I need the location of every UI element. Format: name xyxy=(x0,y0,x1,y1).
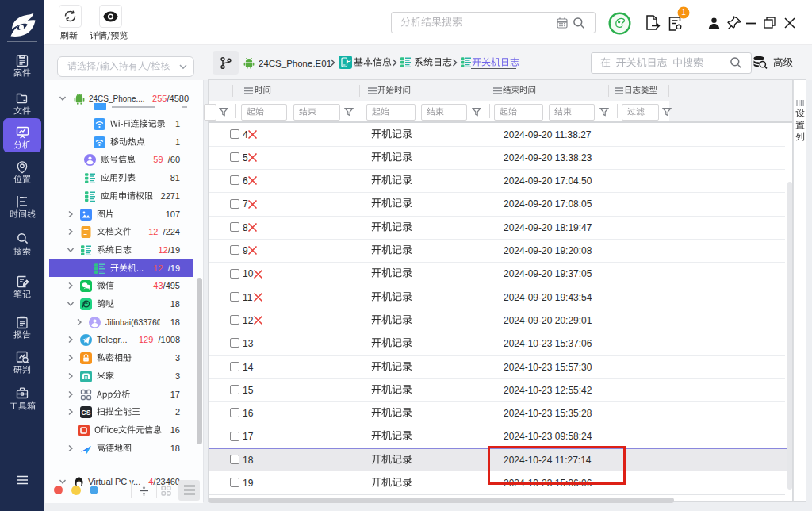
svg-text:1: 1 xyxy=(681,8,686,17)
svg-text:CS: CS xyxy=(82,408,91,416)
svg-text:P: P xyxy=(347,58,351,65)
